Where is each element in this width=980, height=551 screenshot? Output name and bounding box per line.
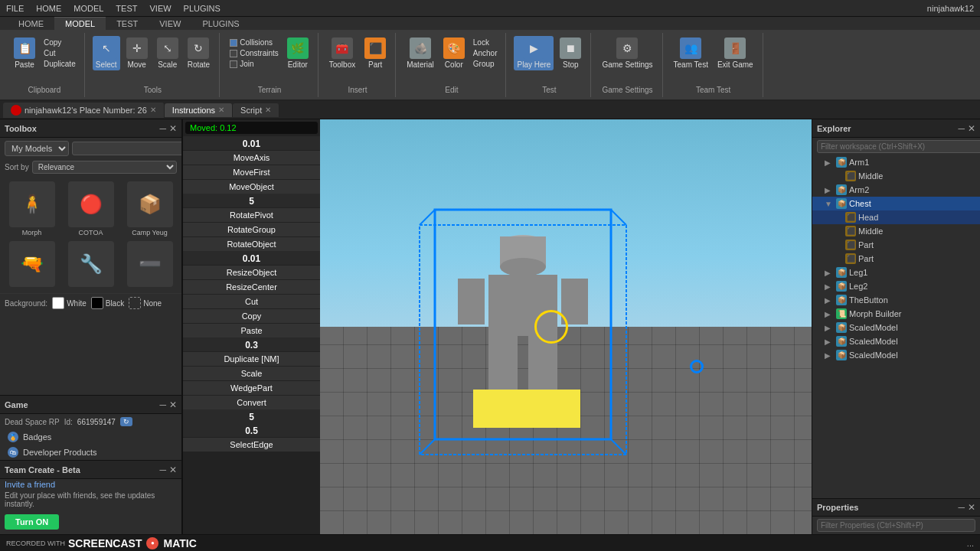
tab-script-close[interactable]: ✕ <box>265 106 271 114</box>
paste-button[interactable]: 📋 Paste <box>11 36 38 70</box>
tree-middle-2[interactable]: ⬛ Middle <box>812 224 980 238</box>
exit-game-button[interactable]: 🚪 Exit Game <box>714 36 756 70</box>
cmd-moveobject[interactable]: MoveObject <box>183 179 320 194</box>
cut-button[interactable]: Cut <box>41 48 78 58</box>
tab-instructions-close[interactable]: ✕ <box>218 106 224 114</box>
collisions-button[interactable]: Collisions <box>227 37 281 47</box>
more-button[interactable]: ... <box>967 539 974 548</box>
ribbon-tab-test[interactable]: TEST <box>106 17 149 30</box>
explorer-close-icon[interactable]: ✕ <box>968 123 975 134</box>
tab-instructions[interactable]: Instructions ✕ <box>165 103 233 117</box>
toolbox-button[interactable]: 🧰 Toolbox <box>326 36 358 70</box>
tree-morphbuilder[interactable]: ▶ 📜 Morph Builder <box>812 307 980 321</box>
cmd-cut[interactable]: Cut <box>183 294 320 308</box>
ribbon-tab-view[interactable]: VIEW <box>149 17 191 30</box>
cmd-scale[interactable]: Scale <box>183 366 320 380</box>
tree-thebutton[interactable]: ▶ 📦 TheButton <box>812 293 980 307</box>
cmd-rotateobject[interactable]: RotateObject <box>183 236 320 251</box>
move-button[interactable]: ✛ Move <box>123 36 151 70</box>
tree-head[interactable]: ⬛ Head <box>812 210 980 224</box>
part-button[interactable]: ⬛ Part <box>361 36 389 70</box>
duplicate-button[interactable]: Duplicate <box>41 59 78 69</box>
game-refresh-button[interactable]: ↻ <box>120 417 132 426</box>
ribbon-tab-model[interactable]: MODEL <box>54 17 106 30</box>
editor-button[interactable]: 🌿 Editor <box>284 36 312 70</box>
toolbox-search-input[interactable] <box>72 142 181 155</box>
menu-file[interactable]: FILE <box>6 4 24 13</box>
game-settings-button[interactable]: ⚙ Game Settings <box>599 36 655 70</box>
menu-home[interactable]: HOME <box>36 4 61 13</box>
turn-on-button[interactable]: Turn ON <box>5 514 59 530</box>
bg-white-option[interactable]: White <box>52 297 87 309</box>
color-button[interactable]: 🎨 Color <box>440 36 468 70</box>
play-here-button[interactable]: ▶ Play Here <box>514 36 554 70</box>
toolbox-close-icon[interactable]: ✕ <box>169 123 177 134</box>
cmd-paste[interactable]: Paste <box>183 323 320 337</box>
viewport[interactable] <box>320 119 812 534</box>
tab-script[interactable]: Script ✕ <box>233 103 279 117</box>
tree-scaledmodel-3[interactable]: ▶ 📦 ScaledModel <box>812 348 980 362</box>
team-test-button[interactable]: 👥 Team Test <box>671 36 711 70</box>
team-close-icon[interactable]: ✕ <box>169 465 177 475</box>
constraints-button[interactable]: Constraints <box>227 48 281 58</box>
join-button[interactable]: Join <box>227 59 281 69</box>
cmd-convert[interactable]: Convert <box>183 395 320 409</box>
team-minimize-icon[interactable]: ─ <box>159 465 166 475</box>
model-item-6[interactable]: ➖ <box>122 241 177 289</box>
toolbox-category-select[interactable]: My Models <box>5 141 69 156</box>
tab-place-close[interactable]: ✕ <box>150 106 156 114</box>
model-item-morph[interactable]: 🧍 Morph <box>5 181 59 236</box>
tree-scaledmodel-1[interactable]: ▶ 📦 ScaledModel <box>812 321 980 334</box>
cmd-wedgepart[interactable]: WedgePart <box>183 380 320 395</box>
cmd-moveaxis[interactable]: MoveAxis <box>183 150 320 165</box>
group-button[interactable]: Group <box>471 59 500 69</box>
game-item-badges[interactable]: 🏅 Badges <box>0 429 181 445</box>
sort-select[interactable]: Relevance <box>32 161 177 174</box>
tree-part-2[interactable]: ⬛ Part <box>812 252 980 266</box>
model-item-camp[interactable]: 📦 Camp Yeug <box>122 181 177 236</box>
cmd-resizeobject[interactable]: ResizeObject <box>183 265 320 279</box>
invite-friend-link[interactable]: Invite a friend <box>0 477 60 492</box>
select-button[interactable]: ↖ Select <box>93 36 120 70</box>
properties-search-input[interactable] <box>817 519 975 532</box>
scale-button[interactable]: ⤡ Scale <box>154 36 181 70</box>
ribbon-tab-home[interactable]: HOME <box>8 17 54 30</box>
tree-chest[interactable]: ▼ 📦 Chest <box>812 197 980 210</box>
tab-place[interactable]: ninjahawk12's Place Number: 26 ✕ <box>3 103 165 118</box>
ribbon-tab-plugins[interactable]: PLUGINS <box>191 17 250 30</box>
model-item-cotoa[interactable]: 🔴 COTOA <box>64 181 118 236</box>
tree-part-1[interactable]: ⬛ Part <box>812 238 980 252</box>
explorer-search-input[interactable] <box>817 140 980 153</box>
cmd-duplicate[interactable]: Duplicate [NM] <box>183 351 320 366</box>
menu-model[interactable]: MODEL <box>74 4 103 13</box>
cmd-rotatepivot[interactable]: RotatePivot <box>183 207 320 222</box>
tree-scaledmodel-2[interactable]: ▶ 📦 ScaledModel <box>812 334 980 348</box>
cmd-resizecenter[interactable]: ResizeCenter <box>183 279 320 294</box>
game-item-devproducts[interactable]: 🛍 Developer Products <box>0 445 181 460</box>
lock-button[interactable]: Lock <box>471 37 500 47</box>
explorer-minimize-icon[interactable]: ─ <box>958 123 965 134</box>
cmd-rotategroup[interactable]: RotateGroup <box>183 222 320 236</box>
cmd-movefirst[interactable]: MoveFirst <box>183 165 320 179</box>
toolbox-minimize-icon[interactable]: ─ <box>159 123 166 134</box>
rotate-button[interactable]: ↻ Rotate <box>185 36 213 70</box>
tree-arm1[interactable]: ▶ 📦 Arm1 <box>812 155 980 169</box>
game-minimize-icon[interactable]: ─ <box>159 399 166 410</box>
properties-close-icon[interactable]: ✕ <box>968 502 975 513</box>
game-close-icon[interactable]: ✕ <box>169 399 177 410</box>
material-button[interactable]: 🪨 Material <box>403 36 437 70</box>
bg-black-option[interactable]: Black <box>91 297 124 309</box>
cmd-copy[interactable]: Copy <box>183 308 320 323</box>
properties-minimize-icon[interactable]: ─ <box>958 502 965 513</box>
menu-test[interactable]: TEST <box>116 4 137 13</box>
tree-arm2[interactable]: ▶ 📦 Arm2 <box>812 183 980 197</box>
menu-view[interactable]: VIEW <box>149 4 171 13</box>
anchor-button[interactable]: Anchor <box>471 48 500 58</box>
tree-middle-1[interactable]: ⬛ Middle <box>812 169 980 183</box>
model-item-5[interactable]: 🔧 <box>64 241 118 289</box>
tree-leg2[interactable]: ▶ 📦 Leg2 <box>812 279 980 293</box>
copy-button[interactable]: Copy <box>41 37 78 47</box>
tree-leg1[interactable]: ▶ 📦 Leg1 <box>812 266 980 279</box>
menu-plugins[interactable]: PLUGINS <box>184 4 220 13</box>
bg-none-option[interactable]: None <box>129 297 162 309</box>
